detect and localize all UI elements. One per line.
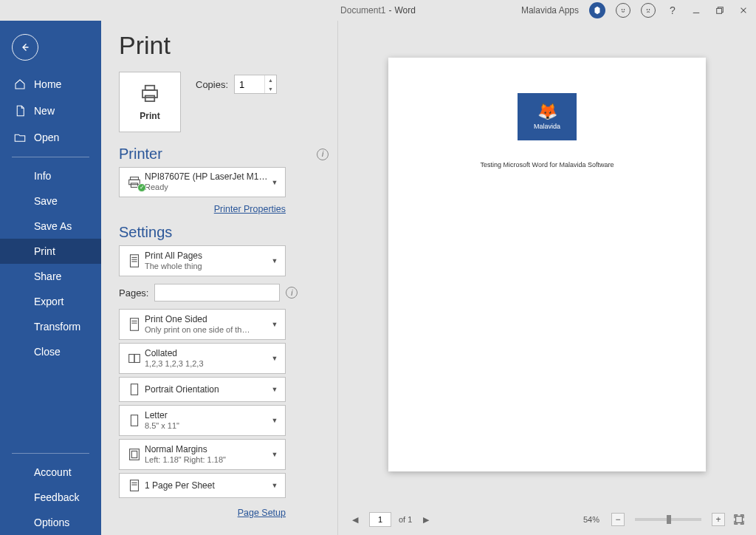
new-icon <box>13 104 27 117</box>
print-what-dropdown[interactable]: Print All PagesThe whole thing ▼ <box>119 245 286 276</box>
printer-properties-link[interactable]: Printer Properties <box>214 204 286 214</box>
margins-dropdown[interactable]: Normal MarginsLeft: 1.18" Right: 1.18" ▼ <box>119 439 286 470</box>
zoom-thumb[interactable] <box>667 515 671 524</box>
portrait-icon <box>124 381 145 398</box>
svg-point-0 <box>622 10 622 10</box>
sidebar-item-open[interactable]: Open <box>0 124 101 151</box>
preview-canvas: 🦊 Malavida Testing Microsoft Word for Ma… <box>348 21 746 508</box>
home-icon <box>13 78 27 91</box>
zoom-out-button[interactable]: − <box>611 513 625 526</box>
collate-icon <box>124 350 145 367</box>
sidebar-item-export[interactable]: Export <box>0 289 101 314</box>
sidebar-item-label: Account <box>34 466 72 478</box>
sidebar-item-home[interactable]: Home <box>0 71 101 98</box>
sidebar-item-label: Print <box>34 245 55 257</box>
svg-point-2 <box>647 10 647 10</box>
sidebar-item-account[interactable]: Account <box>0 460 101 485</box>
page-number-input[interactable] <box>369 512 391 527</box>
svg-rect-23 <box>129 355 134 363</box>
orientation-dropdown[interactable]: Portrait Orientation ▼ <box>119 377 286 402</box>
printer-dropdown[interactable]: ✓ NPI87607E (HP LaserJet M15… Ready ▼ <box>119 167 286 197</box>
status-ok-icon: ✓ <box>137 183 146 192</box>
zoom-in-button[interactable]: + <box>712 513 725 526</box>
prev-page-button[interactable]: ◀ <box>348 513 362 526</box>
smile-face-icon[interactable] <box>616 3 630 18</box>
zoom-percent: 54% <box>583 515 599 524</box>
sidebar-item-label: Open <box>34 132 59 143</box>
preview-logo: 🦊 Malavida <box>518 93 577 140</box>
chevron-down-icon: ▼ <box>269 482 281 489</box>
sidebar-item-new[interactable]: New <box>0 98 101 124</box>
sidebar-item-label: Export <box>34 296 63 307</box>
sidebar-item-label: Share <box>34 270 61 282</box>
help-button[interactable]: ? <box>666 4 679 17</box>
paper-size-dropdown[interactable]: Letter8.5" x 11" ▼ <box>119 405 286 436</box>
close-button[interactable] <box>737 4 750 17</box>
sidebar-item-options[interactable]: Options <box>0 510 101 535</box>
printer-status-text: Ready <box>145 183 269 193</box>
page-preview: 🦊 Malavida Testing Microsoft Word for Ma… <box>388 58 706 471</box>
sides-dropdown[interactable]: Print One SidedOnly print on one side of… <box>119 309 286 340</box>
sidebar-item-feedback[interactable]: Feedback <box>0 485 101 510</box>
sidebar-item-share[interactable]: Share <box>0 264 101 289</box>
margins-icon <box>124 446 145 463</box>
svg-rect-10 <box>145 86 155 90</box>
print-button[interactable]: Print <box>119 72 181 132</box>
copies-input[interactable] <box>235 79 264 90</box>
pages-input[interactable] <box>154 284 280 301</box>
sidebar-item-close[interactable]: Close <box>0 339 101 364</box>
account-name[interactable]: Malavida Apps <box>521 5 579 16</box>
print-settings-pane: Print Print Copies: ▲ ▼ <box>101 21 337 535</box>
copies-spin-up[interactable]: ▲ <box>265 75 276 84</box>
svg-point-1 <box>624 10 625 10</box>
svg-rect-6 <box>717 8 722 13</box>
sidebar-item-label: Info <box>34 170 51 182</box>
one-per-sheet-icon <box>124 477 145 494</box>
back-button[interactable] <box>12 34 38 61</box>
printer-name: NPI87607E (HP LaserJet M15… <box>145 171 269 183</box>
sidebar-item-info[interactable]: Info <box>0 163 101 188</box>
pages-info-icon[interactable]: i <box>286 287 298 299</box>
printer-section-title: Printer <box>119 146 162 163</box>
paper-icon <box>124 412 145 429</box>
preview-body-text: Testing Microsoft Word for Malavida Soft… <box>481 161 614 168</box>
zoom-fit-button[interactable] <box>732 513 746 526</box>
minimize-button[interactable] <box>690 4 703 17</box>
chevron-down-icon: ▼ <box>269 355 281 362</box>
chevron-down-icon: ▼ <box>269 451 281 458</box>
zoom-slider[interactable] <box>635 518 701 521</box>
sidebar-item-label: Close <box>34 346 61 358</box>
sidebar-item-transform[interactable]: Transform <box>0 314 101 339</box>
account-avatar[interactable] <box>589 2 605 18</box>
pages-per-sheet-dropdown[interactable]: 1 Page Per Sheet ▼ <box>119 473 286 498</box>
title-bar: Document1 - Word Malavida Apps ? <box>0 0 756 21</box>
svg-rect-29 <box>131 480 139 491</box>
sidebar-item-saveas[interactable]: Save As <box>0 214 101 239</box>
page-title: Print <box>119 31 337 60</box>
settings-section-title: Settings <box>119 224 172 241</box>
restore-button[interactable] <box>713 4 726 17</box>
copies-label: Copies: <box>196 79 228 90</box>
svg-rect-20 <box>131 318 139 331</box>
sad-face-icon[interactable] <box>641 3 656 18</box>
sidebar-item-label: Save As <box>34 220 72 232</box>
sidebar-item-label: Home <box>34 78 61 90</box>
page-setup-link[interactable]: Page Setup <box>238 508 286 518</box>
copies-spin-down[interactable]: ▼ <box>265 84 276 93</box>
one-sided-icon <box>124 316 145 333</box>
copies-input-wrap[interactable]: ▲ ▼ <box>234 75 277 94</box>
printer-info-icon[interactable]: i <box>317 149 329 160</box>
pages-label: Pages: <box>119 287 148 299</box>
copies-control: Copies: ▲ ▼ <box>196 75 277 94</box>
sidebar-item-print[interactable]: Print <box>0 239 101 264</box>
sidebar-item-save[interactable]: Save <box>0 188 101 214</box>
svg-rect-28 <box>131 451 137 457</box>
next-page-button[interactable]: ▶ <box>419 513 433 526</box>
sidebar-item-label: Options <box>34 517 69 528</box>
collate-dropdown[interactable]: Collated1,2,3 1,2,3 1,2,3 ▼ <box>119 343 286 374</box>
sidebar-item-label: New <box>34 105 55 117</box>
print-preview-pane: 🦊 Malavida Testing Microsoft Word for Ma… <box>337 21 756 535</box>
chevron-down-icon: ▼ <box>269 321 281 328</box>
backstage-sidebar: Home New Open Info Save Save As Print Sh… <box>0 21 101 535</box>
pages-icon <box>124 253 145 269</box>
